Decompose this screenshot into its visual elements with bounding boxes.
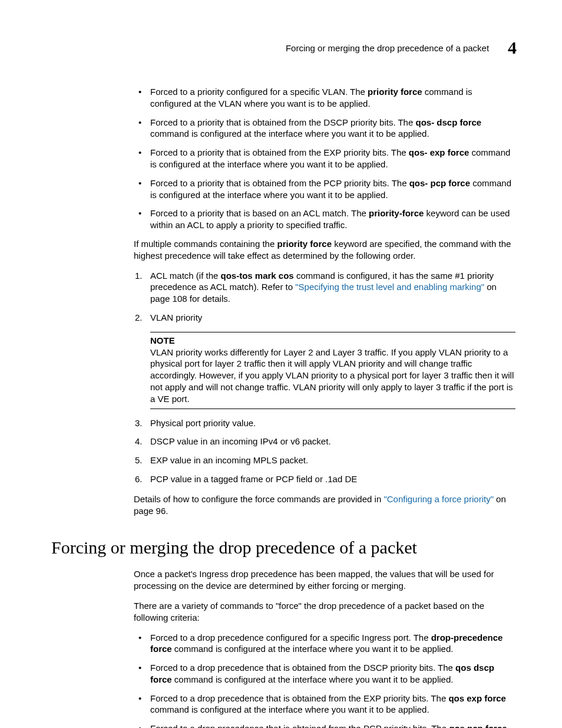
note-label: NOTE [150,335,515,347]
command: priority force [368,87,422,97]
list-item: DSCP value in an incoming IPv4 or v6 pac… [134,436,515,447]
text: Forced to a drop precedence configured f… [150,633,431,643]
text: command is configured at the interface w… [150,129,429,139]
paragraph: If multiple commands containing the prio… [134,238,515,262]
text: VLAN priority [150,312,202,322]
text: Forced to a priority that is obtained fr… [150,178,409,188]
text: Forced to a priority configured for a sp… [150,87,368,97]
text: Forced to a priority that is based on an… [150,208,369,218]
text: command is configured at the interface w… [172,644,454,654]
note-text: VLAN priority works differently for Laye… [150,347,515,405]
paragraph: Details of how to configure the force co… [134,493,515,517]
text: command is configured at the interface w… [150,704,429,714]
text: PCP value in a tagged frame or PCP field… [150,474,357,484]
running-header: Forcing or merging the drop precedence o… [51,38,517,58]
ordered-list-2: Physical port priority value. DSCP value… [134,417,515,485]
text: ACL match (if the [150,271,221,281]
list-item: Forced to a drop precedence that is obta… [134,662,515,686]
list-item: EXP value in an incoming MPLS packet. [134,454,515,466]
command: qos pcp force [449,723,507,728]
list-item: VLAN priority [134,312,515,324]
list-item: Forced to a drop precedence that is obta… [134,723,515,728]
paragraph: There are a variety of commands to "forc… [134,600,515,624]
list-item: Forced to a priority that is obtained fr… [134,147,515,170]
note-box: NOTE VLAN priority works differently for… [150,332,515,409]
bullet-list-top: Forced to a priority configured for a sp… [134,86,515,231]
command: qos-tos mark cos [221,271,294,281]
text: Forced to a priority that is obtained fr… [150,117,415,127]
cross-reference-link[interactable]: "Configuring a force priority" [384,494,494,504]
paragraph: Once a packet's Ingress drop precedence … [134,568,515,592]
list-item: Forced to a drop precedence that is obta… [134,693,515,716]
text: DSCP value in an incoming IPv4 or v6 pac… [150,436,331,446]
command: qos- exp force [409,147,470,157]
text: EXP value in an incoming MPLS packet. [150,455,308,465]
text: If multiple commands containing the [134,239,277,249]
text: command is configured at the interface w… [172,674,454,684]
list-item: Forced to a priority that is obtained fr… [134,177,515,201]
command: priority force [277,239,332,249]
list-item: Forced to a drop precedence configured f… [134,632,515,655]
chapter-number: 4 [508,38,517,58]
list-item: Forced to a priority that is based on an… [134,207,515,231]
command: priority-force [369,208,424,218]
text: Forced to a drop precedence that is obta… [150,663,455,673]
list-item: ACL match (if the qos-tos mark cos comma… [134,270,515,305]
text: Physical port priority value. [150,418,256,428]
text: Forced to a priority that is obtained fr… [150,147,409,157]
command: qos- pcp force [409,178,470,188]
command: qos- dscp force [415,117,481,127]
list-item: Forced to a priority that is obtained fr… [134,117,515,140]
command: qos exp force [448,693,506,703]
text: Details of how to configure the force co… [134,494,384,504]
list-item: Forced to a priority configured for a sp… [134,86,515,110]
section-heading: Forcing or merging the drop precedence o… [51,538,517,558]
list-item: Physical port priority value. [134,417,515,429]
list-item: PCP value in a tagged frame or PCP field… [134,473,515,485]
text: Forced to a drop precedence that is obta… [150,693,448,703]
bullet-list-bottom: Forced to a drop precedence configured f… [134,632,515,729]
body-content: Forced to a priority configured for a sp… [134,86,515,516]
body-content: Once a packet's Ingress drop precedence … [134,568,515,728]
text: Forced to a drop precedence that is obta… [150,723,449,728]
header-title: Forcing or merging the drop precedence o… [286,43,489,53]
cross-reference-link[interactable]: "Specifying the trust level and enabling… [295,282,484,292]
ordered-list-1: ACL match (if the qos-tos mark cos comma… [134,270,515,324]
